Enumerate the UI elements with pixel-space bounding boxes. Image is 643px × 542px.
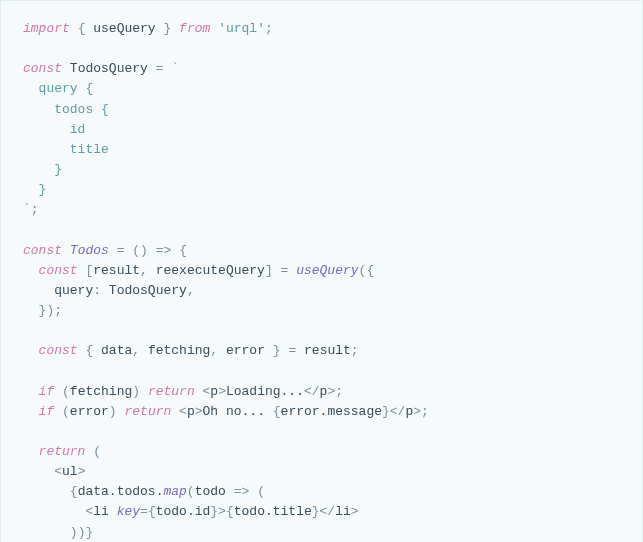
code-line: }); [23,303,62,318]
kw-from: from [179,21,210,36]
code-line: import { useQuery } from 'urql'; [23,21,273,36]
code-line: {data.todos.map(todo => ( [23,484,265,499]
kw-const: const [23,61,62,76]
code-line: if (error) return <p>Oh no... {error.mes… [23,404,429,419]
code-block: import { useQuery } from 'urql'; const T… [0,0,643,542]
code-line: <li key={todo.id}>{todo.title}</li> [23,504,359,519]
code-line: query { [23,81,93,96]
kw-const: const [23,243,62,258]
code-line: const { data, fetching, error } = result… [23,343,359,358]
kw-return: return [148,384,195,399]
code-line: const TodosQuery = ` [23,61,179,76]
code-line: id [23,122,85,137]
code-line: } [23,162,62,177]
kw-import: import [23,21,70,36]
code-line: <ul> [23,464,85,479]
kw-return: return [39,444,86,459]
code-line: title [23,142,109,157]
kw-const: const [39,343,78,358]
kw-return: return [124,404,171,419]
kw-if: if [39,384,55,399]
code-line: const [result, reexecuteQuery] = useQuer… [23,263,374,278]
code-line: return ( [23,444,101,459]
code-line: query: TodosQuery, [23,283,195,298]
kw-const: const [39,263,78,278]
code-line: todos { [23,102,109,117]
code-line: ))} [23,525,93,540]
code-line: `; [23,202,39,217]
code-line: if (fetching) return <p>Loading...</p>; [23,384,343,399]
code-line: const Todos = () => { [23,243,187,258]
kw-if: if [39,404,55,419]
code-line: } [23,182,46,197]
